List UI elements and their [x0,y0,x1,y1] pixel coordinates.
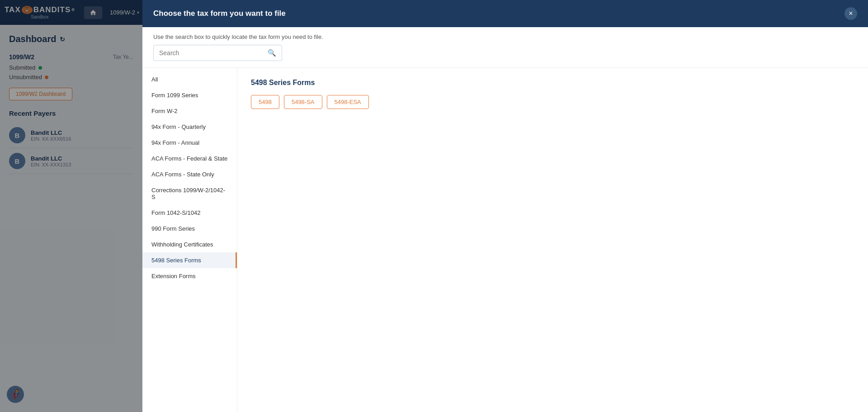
nav-item-withholding[interactable]: Withholding Certificates [142,237,237,252]
modal-subtitle: Use the search box to quickly locate the… [142,27,868,45]
modal-close-button[interactable]: × [844,7,857,20]
nav-item-all[interactable]: All [142,71,237,87]
nav-item-94x-quarterly[interactable]: 94x Form - Quarterly [142,119,237,135]
nav-item-1042[interactable]: Form 1042-S/1042 [142,205,237,221]
form-content: 5498 Series Forms 5498 5498-SA 5498-ESA [237,68,868,412]
form-button-5498sa[interactable]: 5498-SA [284,95,322,109]
nav-item-extension[interactable]: Extension Forms [142,268,237,284]
search-box-container: 🔍 [142,45,868,67]
nav-item-aca-federal[interactable]: ACA Forms - Federal & State [142,151,237,166]
modal-content-area: All Form 1099 Series Form W-2 94x Form -… [142,67,868,412]
form-button-5498[interactable]: 5498 [251,95,279,109]
nav-item-aca-state[interactable]: ACA Forms - State Only [142,166,237,182]
nav-item-5498[interactable]: 5498 Series Forms [142,252,237,268]
modal-header: Choose the tax form you want to file × [142,0,868,27]
nav-item-94x-annual[interactable]: 94x Form - Annual [142,135,237,151]
nav-item-1099[interactable]: Form 1099 Series [142,87,237,103]
modal-body: Use the search box to quickly locate the… [142,27,868,412]
modal: Choose the tax form you want to file × U… [142,0,868,412]
form-buttons-row: 5498 5498-SA 5498-ESA [251,95,854,109]
form-button-5498esa[interactable]: 5498-ESA [327,95,369,109]
section-title: 5498 Series Forms [251,79,854,87]
nav-item-w2[interactable]: Form W-2 [142,103,237,119]
modal-title: Choose the tax form you want to file [153,9,286,18]
nav-item-corrections[interactable]: Corrections 1099/W-2/1042-S [142,182,237,205]
form-nav: All Form 1099 Series Form W-2 94x Form -… [142,68,237,412]
search-input[interactable] [159,49,268,57]
search-box: 🔍 [153,45,282,61]
nav-item-990[interactable]: 990 Form Series [142,221,237,237]
search-icon: 🔍 [268,49,276,57]
